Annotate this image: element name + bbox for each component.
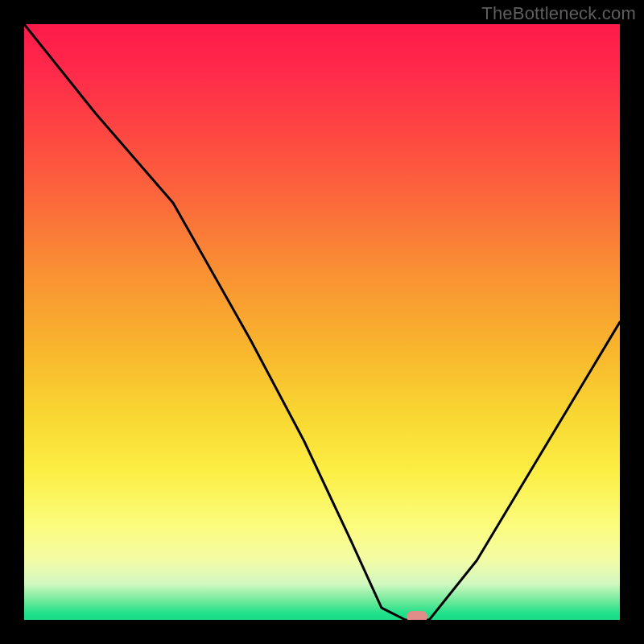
- watermark-text: TheBottleneck.com: [481, 3, 636, 24]
- optimal-marker: [407, 611, 427, 620]
- chart-frame: TheBottleneck.com: [0, 0, 644, 644]
- bottleneck-curve: [24, 24, 620, 620]
- curve-path: [24, 24, 620, 620]
- plot-area: [24, 24, 620, 620]
